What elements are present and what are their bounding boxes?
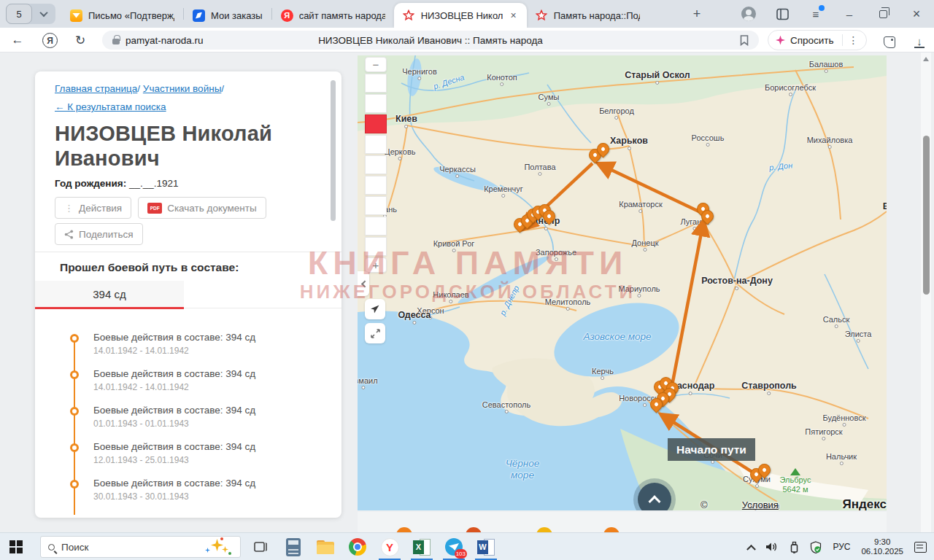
back-button[interactable]: ← bbox=[7, 30, 28, 50]
address-bar[interactable]: pamyat-naroda.ru НИЗОВЦЕВ Николай Иванов… bbox=[102, 31, 759, 50]
security-shield-icon[interactable] bbox=[810, 541, 822, 553]
browser-tab-2[interactable]: Ясайт память народа - bbox=[272, 3, 394, 28]
map-attribution: © Яндекс Условия использования Яндекс bbox=[700, 497, 887, 510]
star-icon bbox=[536, 9, 548, 22]
hidden-icons-chevron[interactable] bbox=[747, 544, 757, 553]
scroll-to-top-button[interactable] bbox=[638, 483, 671, 510]
url-domain[interactable]: pamyat-naroda.ru bbox=[126, 35, 204, 46]
zoom-level-square[interactable] bbox=[365, 94, 387, 113]
zoom-out-button[interactable]: − bbox=[365, 57, 387, 72]
taskbar-app-telegram[interactable]: 103 bbox=[438, 533, 470, 560]
page-scrollbar-thumb[interactable] bbox=[923, 136, 930, 295]
yandex-home-icon[interactable]: Я bbox=[42, 33, 58, 48]
timeline-item-title: Боевые действия в составе: 394 сд bbox=[93, 441, 255, 452]
birth-year: Год рождения: __.__.1921 bbox=[55, 178, 179, 189]
card-scrollbar-thumb[interactable] bbox=[331, 80, 336, 221]
breadcrumb-home-link[interactable]: Главная страница bbox=[55, 83, 137, 94]
restore-button[interactable] bbox=[876, 7, 890, 21]
minimize-button[interactable]: – bbox=[842, 7, 857, 21]
pdf-icon: PDF bbox=[147, 203, 162, 214]
tab-title: Мои заказы bbox=[211, 10, 263, 21]
close-window-button[interactable]: × bbox=[909, 7, 924, 21]
taskbar-app-yandex-browser[interactable]: Y bbox=[374, 533, 406, 560]
bookmark-flag-icon[interactable] bbox=[740, 35, 749, 46]
badge: 103 bbox=[455, 549, 467, 559]
taskbar-app-excel[interactable]: X bbox=[406, 533, 438, 560]
taskbar-app-word[interactable]: W bbox=[470, 533, 502, 560]
tab-group-count[interactable]: 5 bbox=[6, 4, 32, 24]
back-to-results-link[interactable]: ← К результатам поиска bbox=[55, 101, 166, 112]
download-documents-button[interactable]: PDFСкачать документы bbox=[138, 197, 266, 219]
zoom-level-square[interactable] bbox=[365, 155, 387, 174]
tab-group-pill[interactable]: 5 bbox=[6, 4, 55, 24]
timeline-item-title: Боевые действия в составе: 394 сд bbox=[93, 368, 255, 379]
timeline-marker-icon bbox=[70, 443, 79, 452]
tab-title: Письмо «Подтвержд bbox=[88, 10, 174, 21]
actions-button[interactable]: ⋮Действия bbox=[55, 197, 131, 219]
language-indicator[interactable]: РУС bbox=[833, 542, 850, 552]
browser-toolbar: ← Я ↻ pamyat-naroda.ru НИЗОВЦЕВ Николай … bbox=[0, 28, 934, 52]
profile-avatar-icon[interactable] bbox=[741, 7, 756, 21]
breadcrumb-participants-link[interactable]: Участники войны bbox=[143, 83, 221, 94]
timeline-item-dates: 14.01.1942 - 14.01.1942 bbox=[93, 382, 189, 392]
browser-tab-3[interactable]: НИЗОВЦЕВ Никол× bbox=[394, 3, 527, 28]
person-name-title: НИЗОВЦЕВ НиколайИванович bbox=[55, 121, 310, 171]
browser-tab-bar: 5 Письмо «ПодтверждМои заказыЯсайт памят… bbox=[0, 0, 934, 28]
ai-sparkle-icon bbox=[776, 36, 785, 45]
taskbar-app-calculator[interactable] bbox=[277, 533, 309, 560]
battle-path-map[interactable]: ЧерниговКонотопСумыСтарый ОсколБалашовБо… bbox=[358, 55, 887, 510]
zoom-level-square[interactable] bbox=[365, 74, 387, 93]
taskbar-search[interactable]: Поиск bbox=[40, 536, 241, 558]
taskbar-app-chrome[interactable] bbox=[341, 533, 374, 560]
share-button[interactable]: Поделиться bbox=[55, 223, 143, 245]
zoom-level-square[interactable] bbox=[365, 217, 387, 236]
notifications-icon[interactable] bbox=[914, 542, 927, 553]
tab-close-icon[interactable]: × bbox=[509, 9, 517, 21]
start-button[interactable] bbox=[9, 540, 23, 553]
zoom-level-square[interactable] bbox=[365, 176, 387, 195]
page-scrollbar-up-arrow[interactable] bbox=[923, 57, 929, 61]
person-card: Главная страница/ Участники войны/ ← К р… bbox=[35, 71, 341, 518]
ask-ai-button[interactable]: Спросить ⋮ bbox=[768, 30, 867, 50]
extensions-icon[interactable] bbox=[879, 32, 900, 52]
battle-path-timeline: Боевые действия в составе: 394 сд14.01.1… bbox=[35, 319, 341, 518]
geolocation-button[interactable] bbox=[365, 299, 385, 319]
clock[interactable]: 9:3006.10.2025 bbox=[861, 537, 903, 556]
refresh-button[interactable]: ↻ bbox=[70, 30, 90, 50]
fullscreen-button[interactable] bbox=[365, 323, 385, 343]
browser-tab-1[interactable]: Мои заказы bbox=[184, 3, 271, 28]
downloads-icon[interactable]: ↓ bbox=[909, 32, 930, 52]
copilot-sparkles-icon bbox=[205, 537, 233, 556]
new-tab-button[interactable]: + bbox=[688, 5, 706, 23]
terms-of-use-link[interactable]: Условия использования bbox=[742, 499, 833, 510]
zoom-level-square[interactable] bbox=[365, 135, 387, 154]
system-tray: РУС 9:3006.10.2025 bbox=[748, 533, 927, 560]
yandex-logo[interactable]: Яндекс bbox=[843, 497, 887, 510]
zoom-in-button[interactable]: + bbox=[365, 257, 387, 273]
volume-icon[interactable] bbox=[765, 541, 779, 553]
legend-icon bbox=[396, 527, 412, 532]
taskbar-app-task-view[interactable] bbox=[245, 533, 277, 560]
unit-tab-394sd[interactable]: 394 сд bbox=[35, 281, 184, 307]
browser-menu-icon[interactable]: ≡ bbox=[808, 7, 823, 21]
timeline-item-dates: 01.01.1943 - 01.01.1943 bbox=[93, 419, 189, 429]
zoom-level-square[interactable] bbox=[365, 196, 387, 215]
tab-group-chevron-icon[interactable] bbox=[32, 11, 55, 17]
legend-strip bbox=[358, 512, 887, 532]
zoom-level-square[interactable] bbox=[365, 114, 387, 133]
usb-device-icon[interactable] bbox=[790, 541, 799, 553]
sidebar-panel-icon[interactable] bbox=[775, 7, 790, 21]
taskbar-app-explorer[interactable] bbox=[309, 533, 341, 560]
star-icon bbox=[403, 9, 415, 22]
ask-more-icon[interactable]: ⋮ bbox=[842, 34, 859, 46]
route-segment bbox=[599, 164, 702, 213]
browser-tab-0[interactable]: Письмо «Подтвержд bbox=[61, 3, 183, 28]
search-placeholder: Поиск bbox=[61, 542, 198, 553]
timeline-item-title: Боевые действия в составе: 394 сд bbox=[93, 332, 255, 343]
browser-tab-4[interactable]: Память народа::Под bbox=[527, 3, 649, 28]
legend-icon bbox=[603, 527, 620, 532]
panel-collapse-button[interactable] bbox=[358, 271, 369, 296]
battle-path-section-title: Прошел боевой путь в составе: bbox=[60, 261, 239, 274]
zoom-level-square[interactable] bbox=[365, 237, 387, 256]
taskbar-apps: YX103W bbox=[245, 533, 502, 560]
